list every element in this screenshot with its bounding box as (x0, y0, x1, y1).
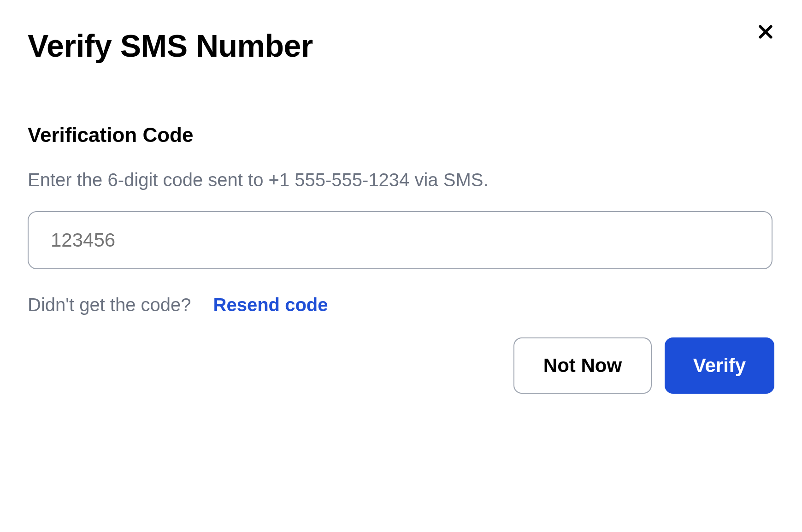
button-row: Not Now Verify (513, 337, 774, 394)
not-now-button[interactable]: Not Now (513, 337, 652, 394)
resend-code-link[interactable]: Resend code (213, 295, 328, 315)
verification-code-label: Verification Code (28, 124, 774, 147)
instruction-text: Enter the 6-digit code sent to +1 555-55… (28, 170, 774, 190)
close-icon (756, 23, 775, 41)
verify-sms-modal: Verify SMS Number Verification Code Ente… (0, 0, 802, 532)
verification-code-input[interactable] (28, 211, 773, 269)
resend-row: Didn't get the code? Resend code (28, 295, 774, 315)
verify-button[interactable]: Verify (665, 337, 774, 394)
modal-title: Verify SMS Number (28, 28, 774, 64)
close-button[interactable] (755, 21, 777, 43)
resend-prompt: Didn't get the code? (28, 295, 191, 315)
